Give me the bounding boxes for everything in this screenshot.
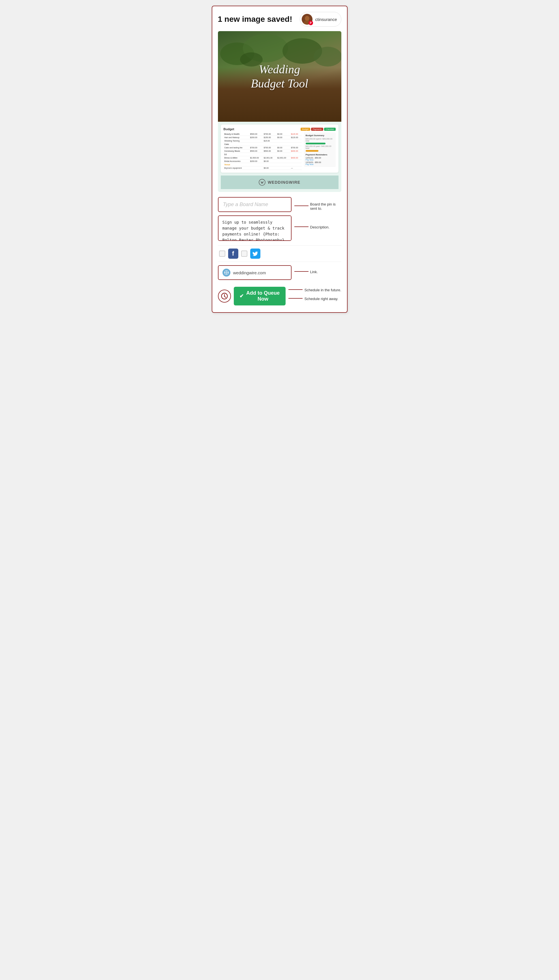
- annotation-schedule-now: Schedule right away.: [304, 296, 338, 301]
- annotation-arrow-schedule-future: [288, 289, 303, 290]
- annotation-board: Board the pin issent to.: [310, 201, 341, 211]
- annotation-arrow-schedule-now: [288, 298, 303, 299]
- twitter-icon[interactable]: [250, 248, 260, 259]
- annotation-arrow-board: [294, 205, 309, 206]
- twitter-checkbox[interactable]: [241, 251, 247, 257]
- facebook-checkbox[interactable]: [219, 251, 225, 257]
- avatar: P: [302, 14, 313, 25]
- user-badge[interactable]: P ctinsurance: [300, 12, 341, 26]
- wedding-photo: Wedding Budget Tool: [218, 31, 341, 122]
- annotation-description: Description.: [310, 224, 341, 229]
- main-card: 1 new image saved! P ctinsurance: [212, 6, 347, 313]
- link-icon: [222, 269, 230, 276]
- username-label: ctinsurance: [315, 17, 337, 22]
- weddingwire-logo-icon: [259, 179, 266, 186]
- svg-point-6: [314, 47, 341, 66]
- pin-image-container: Wedding Budget Tool Budget Budget Paymen…: [218, 31, 341, 192]
- bottom-action-row: ✔ Add to Queue Now: [218, 287, 286, 306]
- facebook-icon[interactable]: f: [228, 248, 238, 259]
- board-name-input[interactable]: [218, 197, 291, 212]
- annotation-schedule-future: Schedule in the future.: [304, 287, 341, 292]
- budget-mockup: Budget Budget Payments Checklist Beauty …: [221, 124, 339, 173]
- page-title: 1 new image saved!: [218, 15, 293, 24]
- wedding-overlay-text: Wedding Budget Tool: [251, 62, 308, 91]
- svg-line-13: [225, 296, 226, 297]
- form-section: Board the pin issent to. Sign up to seam…: [218, 196, 341, 307]
- description-textarea[interactable]: Sign up to seamlessly manage your budget…: [218, 215, 291, 241]
- link-input-box[interactable]: weddingwire.com: [218, 265, 291, 280]
- annotation-link: Link.: [310, 269, 341, 274]
- add-to-queue-button[interactable]: ✔ Add to Queue Now: [234, 287, 286, 306]
- weddingwire-logo-text: WEDDINGWIRE: [268, 180, 300, 185]
- checkmark-icon: ✔: [240, 293, 244, 299]
- schedule-clock-button[interactable]: [218, 289, 231, 302]
- pinterest-icon: P: [309, 21, 313, 25]
- link-url: weddingwire.com: [233, 270, 266, 275]
- social-row: f: [218, 245, 341, 262]
- weddingwire-footer: WEDDINGWIRE: [221, 175, 339, 189]
- card-header: 1 new image saved! P ctinsurance: [218, 12, 341, 26]
- svg-point-1: [305, 16, 309, 21]
- annotation-arrow-description: [294, 226, 309, 227]
- budget-tool-section: Budget Budget Payments Checklist Beauty …: [218, 122, 341, 192]
- annotation-arrow-link: [294, 271, 309, 272]
